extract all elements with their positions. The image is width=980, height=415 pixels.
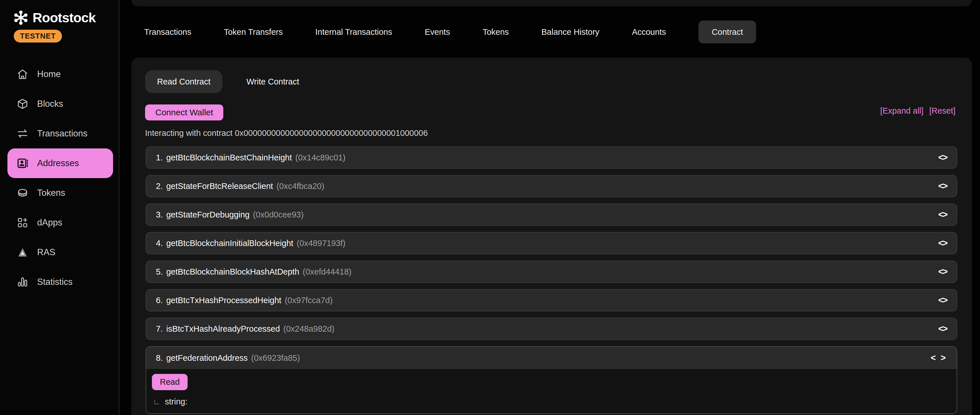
- function-selector: (0x97fcca7d): [285, 296, 332, 305]
- function-name: getBtcTxHashProcessedHeight: [166, 296, 281, 305]
- tokens-icon: [17, 187, 29, 199]
- function-name: getFederationAddress: [166, 353, 248, 363]
- code-icon[interactable]: <>: [938, 238, 947, 248]
- function-selector: (0x248a982d): [283, 324, 334, 334]
- function-row[interactable]: 8. getFederationAddress (0x6923fa85) < >: [146, 347, 956, 369]
- code-icon[interactable]: < >: [931, 353, 947, 363]
- function-label: 8. getFederationAddress (0x6923fa85): [156, 353, 300, 363]
- tab-tokens[interactable]: Tokens: [482, 27, 509, 37]
- read-button[interactable]: Read: [152, 374, 188, 390]
- interacting-with-contract-line: Interacting with contract 0x000000000000…: [145, 129, 428, 138]
- function-name: getBtcBlockchainBestChainHeight: [166, 153, 292, 162]
- tab-token-transfers[interactable]: Token Transfers: [224, 27, 283, 37]
- function-selector: (0x0d0cee93): [253, 210, 304, 219]
- home-icon: [17, 68, 29, 80]
- code-icon[interactable]: <>: [938, 324, 947, 334]
- sidebar-item-label: Blocks: [37, 99, 63, 109]
- tab-balance-history[interactable]: Balance History: [541, 27, 599, 37]
- sidebar-item-tokens[interactable]: Tokens: [0, 178, 119, 208]
- function-row[interactable]: 5. getBtcBlockchainBlockHashAtDepth (0xe…: [146, 261, 957, 283]
- tab-accounts[interactable]: Accounts: [632, 27, 666, 37]
- function-number: 2.: [156, 181, 163, 191]
- function-selector: (0xc4fbca20): [277, 181, 325, 191]
- addresses-icon: [17, 157, 29, 169]
- statistics-icon: [17, 276, 29, 288]
- function-row[interactable]: 7. isBtcTxHashAlreadyProcessed (0x248a98…: [146, 318, 957, 340]
- tab-write-contract[interactable]: Write Contract: [234, 70, 311, 93]
- tab-read-contract[interactable]: Read Contract: [145, 70, 223, 93]
- tab-internal-transactions[interactable]: Internal Transactions: [315, 27, 392, 37]
- tab-contract[interactable]: Contract: [698, 21, 756, 43]
- code-icon[interactable]: <>: [938, 181, 947, 191]
- function-row[interactable]: 2. getStateForBtcReleaseClient (0xc4fbca…: [146, 175, 957, 197]
- ras-icon: [17, 246, 29, 258]
- function-number: 5.: [156, 267, 163, 277]
- sidebar: Rootstock TESTNET Home Blocks Transacti: [0, 0, 119, 415]
- sidebar-item-blocks[interactable]: Blocks: [0, 89, 119, 119]
- contract-panel: Read Contract Write Contract Connect Wal…: [131, 58, 972, 415]
- code-icon[interactable]: <>: [938, 210, 947, 220]
- contract-address: 0x00000000000000000000000000000000010000…: [235, 129, 428, 138]
- list-controls: [Expand all] [Reset]: [880, 106, 955, 116]
- expand-all-link[interactable]: [Expand all]: [880, 106, 924, 116]
- function-label: 7. isBtcTxHashAlreadyProcessed (0x248a98…: [156, 324, 334, 334]
- reset-link[interactable]: [Reset]: [929, 106, 955, 116]
- function-label: 1. getBtcBlockchainBestChainHeight (0x14…: [156, 153, 345, 162]
- function-label: 3. getStateForDebugging (0x0d0cee93): [156, 210, 304, 219]
- tab-events[interactable]: Events: [425, 27, 450, 37]
- connect-wallet-button[interactable]: Connect Wallet: [145, 105, 223, 121]
- function-row[interactable]: 1. getBtcBlockchainBestChainHeight (0x14…: [146, 146, 957, 169]
- function-number: 7.: [156, 324, 163, 334]
- function-selector: (0xefd44418): [303, 267, 352, 277]
- rootstock-logo-icon: [13, 10, 29, 25]
- function-label: 5. getBtcBlockchainBlockHashAtDepth (0xe…: [156, 267, 352, 277]
- function-row[interactable]: 4. getBtcBlockchainInitialBlockHeight (0…: [146, 232, 957, 254]
- sidebar-item-home[interactable]: Home: [0, 59, 119, 89]
- sidebar-item-label: Addresses: [37, 158, 79, 169]
- dapps-icon: [17, 217, 29, 229]
- function-number: 4.: [156, 239, 163, 248]
- code-icon[interactable]: <>: [938, 153, 947, 163]
- function-list: 1. getBtcBlockchainBestChainHeight (0x14…: [146, 146, 957, 414]
- function-row[interactable]: 3. getStateForDebugging (0x0d0cee93) <>: [146, 204, 957, 226]
- function-call-panel: Read ∟ string:: [146, 369, 956, 413]
- return-type-label: string:: [165, 397, 187, 406]
- function-number: 8.: [156, 353, 163, 363]
- code-icon[interactable]: <>: [938, 295, 947, 305]
- tab-transactions[interactable]: Transactions: [144, 27, 191, 37]
- function-row[interactable]: 6. getBtcTxHashProcessedHeight (0x97fcca…: [146, 289, 957, 312]
- sidebar-nav: Home Blocks Transactions Addresses: [0, 59, 119, 297]
- function-selector: (0x6923fa85): [251, 353, 300, 363]
- sidebar-item-label: Transactions: [37, 129, 88, 139]
- sidebar-item-transactions[interactable]: Transactions: [0, 119, 119, 148]
- function-name: isBtcTxHashAlreadyProcessed: [166, 324, 280, 334]
- return-branch-icon: ∟: [153, 397, 160, 406]
- code-icon[interactable]: <>: [938, 267, 947, 277]
- sidebar-item-label: Tokens: [37, 188, 65, 198]
- sidebar-item-statistics[interactable]: Statistics: [0, 267, 119, 297]
- function-selector: (0x4897193f): [297, 239, 345, 248]
- function-name: getStateForDebugging: [166, 210, 250, 219]
- transactions-icon: [17, 127, 29, 140]
- return-value-line: ∟ string:: [152, 397, 948, 406]
- function-number: 6.: [156, 296, 163, 305]
- function-label: 4. getBtcBlockchainInitialBlockHeight (0…: [156, 239, 345, 248]
- previous-card-edge: [131, 0, 972, 6]
- sidebar-item-label: dApps: [37, 218, 62, 228]
- function-name: getBtcBlockchainBlockHashAtDepth: [166, 267, 299, 277]
- sidebar-item-label: Home: [37, 69, 61, 80]
- brand-logo[interactable]: Rootstock: [13, 10, 95, 25]
- brand-name: Rootstock: [33, 10, 95, 25]
- function-row-expanded: 8. getFederationAddress (0x6923fa85) < >…: [146, 346, 957, 414]
- function-selector: (0x14c89c01): [295, 153, 345, 162]
- function-label: 2. getStateForBtcReleaseClient (0xc4fbca…: [156, 181, 325, 191]
- sidebar-item-dapps[interactable]: dApps: [0, 208, 119, 237]
- address-tab-bar: Transactions Token Transfers Internal Tr…: [144, 21, 756, 43]
- blocks-icon: [17, 98, 29, 110]
- function-number: 3.: [156, 210, 163, 219]
- sidebar-item-addresses[interactable]: Addresses: [8, 148, 113, 178]
- function-name: getStateForBtcReleaseClient: [166, 181, 273, 191]
- sidebar-item-label: RAS: [37, 247, 56, 258]
- function-number: 1.: [156, 153, 163, 162]
- sidebar-item-ras[interactable]: RAS: [0, 237, 119, 267]
